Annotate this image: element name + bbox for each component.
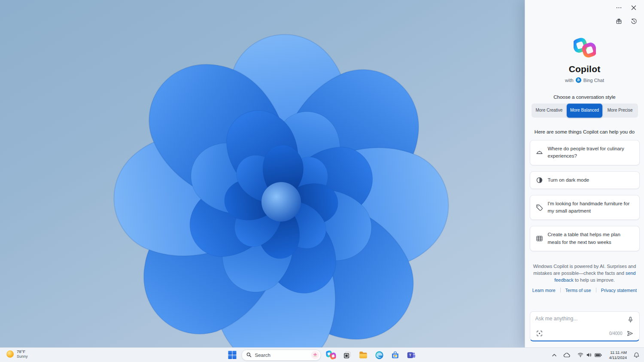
edge-icon: [375, 350, 384, 360]
copilot-logo: [574, 37, 596, 59]
taskbar-app-task-view[interactable]: [341, 349, 353, 361]
tray-time: 11:11 AM: [610, 350, 627, 355]
volume-icon: [586, 352, 592, 358]
bing-icon: b: [576, 77, 581, 83]
weather-widget[interactable]: 78°F Sunny: [4, 349, 30, 359]
teams-icon: T: [407, 350, 416, 360]
taskbar-app-edge[interactable]: [374, 349, 386, 361]
subtitle-prefix: with: [565, 78, 574, 83]
copilot-panel: Copilot with b Bing Chat Choose a conver…: [525, 0, 644, 348]
history-button[interactable]: [630, 17, 638, 25]
close-button[interactable]: [630, 4, 637, 11]
char-counter: 0/4000: [609, 331, 623, 336]
search-box[interactable]: Search: [242, 350, 321, 361]
quick-settings-button[interactable]: [576, 351, 604, 359]
taskbar-app-teams[interactable]: T: [405, 349, 417, 361]
taskbar-center: Search: [227, 348, 417, 362]
copilot-title: Copilot: [569, 64, 601, 74]
system-tray: 11:11 AM 4/11/2024: [550, 348, 641, 362]
file-explorer-icon: [358, 350, 368, 360]
onedrive-button[interactable]: [562, 351, 572, 359]
more-options-button[interactable]: [615, 6, 623, 9]
weather-temp: 78°F: [17, 349, 28, 354]
disclaimer-text-after: to help us improve.: [574, 277, 615, 283]
footer-links: Learn more Terms of use Privacy statemen…: [532, 288, 637, 293]
lotus-icon: [311, 351, 319, 359]
terms-of-use-link[interactable]: Terms of use: [565, 288, 591, 293]
chat-input-box[interactable]: 0/4000: [530, 311, 640, 341]
suggestion-text: I'm looking for handmade furniture for m…: [548, 200, 634, 215]
tag-icon: [536, 204, 543, 211]
privacy-statement-link[interactable]: Privacy statement: [601, 288, 637, 293]
battery-icon: [595, 353, 602, 357]
search-icon: [246, 352, 252, 358]
history-icon: [631, 18, 637, 24]
subtitle-brand: Bing Chat: [583, 78, 604, 83]
learn-more-link[interactable]: Learn more: [532, 288, 556, 293]
onedrive-cloud-icon: [563, 353, 571, 358]
desktop-wallpaper: [0, 0, 525, 348]
style-option-more-precise[interactable]: More Precise: [602, 103, 638, 118]
task-view-icon: [343, 350, 352, 360]
microsoft-store-icon: [391, 350, 400, 360]
wifi-icon: [577, 352, 583, 358]
suggestion-card-culinary[interactable]: Where do people travel for culinary expe…: [530, 140, 640, 165]
close-icon: [631, 5, 636, 10]
ai-disclaimer: Windows Copilot is powered by AI. Surpri…: [533, 263, 637, 284]
taskbar-app-file-explorer[interactable]: [357, 349, 370, 361]
style-option-more-creative[interactable]: More Creative: [532, 103, 567, 118]
windows-logo-icon: [228, 351, 237, 359]
send-button[interactable]: [626, 329, 634, 338]
suggestion-card-dark-mode[interactable]: Turn on dark mode: [530, 171, 640, 189]
send-icon: [627, 330, 633, 337]
start-button[interactable]: [227, 350, 238, 360]
hidden-icons-button[interactable]: [550, 353, 558, 358]
panel-toolbar: [525, 11, 644, 25]
sun-icon: [6, 350, 14, 358]
conversation-style-heading: Choose a conversation style: [553, 94, 615, 100]
clock[interactable]: 11:11 AM 4/11/2024: [607, 349, 629, 362]
notebook-button[interactable]: [615, 17, 623, 25]
search-placeholder: Search: [255, 353, 308, 358]
screenshot-icon: [536, 330, 543, 337]
style-option-more-balanced[interactable]: More Balanced: [567, 103, 602, 118]
suggestion-text: Turn on dark mode: [548, 176, 589, 184]
taskbar-app-copilot[interactable]: [325, 349, 337, 361]
suggestions-heading: Here are some things Copilot can help yo…: [535, 129, 635, 134]
copilot-taskbar-icon: [326, 350, 336, 360]
suggestion-list: Where do people travel for culinary expe…: [530, 140, 640, 251]
disclaimer-text-before: Windows Copilot is powered by AI. Surpri…: [533, 264, 636, 276]
cloche-icon: [536, 149, 543, 156]
bell-icon: [634, 352, 639, 358]
link-separator: [596, 288, 596, 292]
copilot-subtitle: with b Bing Chat: [565, 77, 604, 83]
screenshot-button[interactable]: [535, 329, 544, 338]
suggestion-text: Where do people travel for culinary expe…: [548, 145, 634, 160]
chat-input[interactable]: [535, 316, 623, 322]
weather-condition: Sunny: [17, 354, 28, 359]
suggestion-card-furniture[interactable]: I'm looking for handmade furniture for m…: [530, 195, 640, 220]
suggestion-text: Create a table that helps me plan meals …: [548, 231, 634, 246]
table-icon: [536, 235, 543, 242]
gift-icon: [616, 18, 622, 24]
svg-text:T: T: [409, 353, 412, 357]
conversation-style-picker: More Creative More Balanced More Precise: [532, 103, 638, 118]
ellipsis-icon: [616, 7, 622, 9]
chevron-up-icon: [552, 354, 556, 356]
suggestion-card-meal-plan[interactable]: Create a table that helps me plan meals …: [530, 226, 640, 251]
taskbar: 78°F Sunny Search: [0, 347, 644, 362]
microphone-icon: [628, 316, 633, 323]
link-separator: [560, 288, 561, 292]
wallpaper-bloom-graphic: [0, 0, 525, 348]
tray-date: 4/11/2024: [609, 355, 627, 360]
panel-titlebar: [525, 0, 644, 11]
dark-mode-icon: [536, 176, 543, 184]
taskbar-app-store[interactable]: [389, 349, 401, 361]
notification-center-button[interactable]: [632, 351, 641, 359]
mic-button[interactable]: [627, 316, 634, 324]
